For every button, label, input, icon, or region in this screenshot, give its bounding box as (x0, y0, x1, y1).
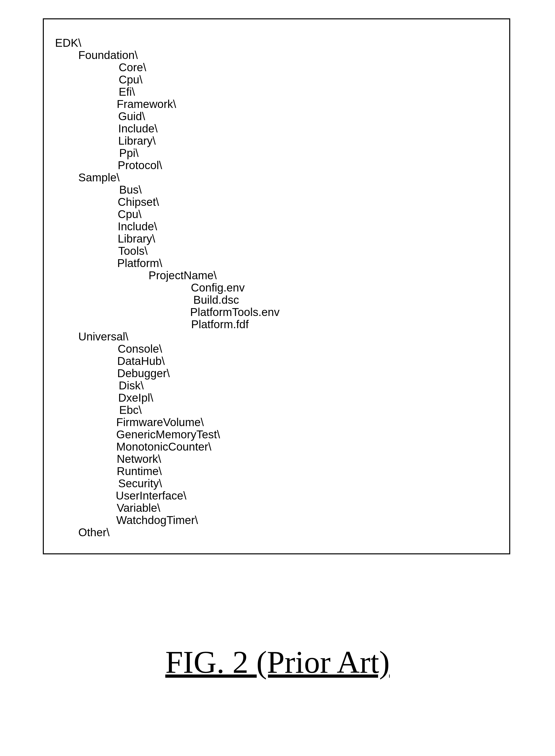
tree-item: UserInterface\ (116, 490, 280, 502)
tree-item: Disk\ (119, 379, 280, 391)
tree-item: Bus\ (119, 183, 280, 196)
figure-caption: FIG. 2 (Prior Art) (0, 644, 555, 680)
tree-item: Ebc\ (119, 404, 280, 416)
tree-item: Variable\ (117, 502, 280, 514)
tree-item: Library\ (118, 233, 280, 245)
tree-item: Runtime\ (117, 465, 280, 477)
tree-other: Other\ (78, 526, 280, 538)
tree-item: Platform\ (117, 257, 280, 269)
tree-item: Security\ (118, 477, 280, 490)
tree-item: DataHub\ (117, 355, 280, 367)
tree-item: Chipset\ (118, 196, 280, 208)
tree-item: ProjectName\ (148, 269, 280, 282)
tree-item: Guid\ (118, 110, 280, 122)
tree-item: Core\ (119, 61, 280, 74)
tree-item: Debugger\ (117, 367, 280, 379)
tree-item: MonotonicCounter\ (116, 440, 280, 453)
tree-item: Config.env (191, 282, 280, 294)
tree-item: Build.dsc (193, 294, 280, 306)
tree-item: Cpu\ (119, 74, 280, 86)
tree-item: Include\ (118, 122, 280, 135)
tree-item: GenericMemoryTest\ (116, 428, 280, 440)
tree-item: Framework\ (117, 98, 280, 110)
tree-item: Ppi\ (119, 147, 280, 159)
tree-item: DxeIpl\ (118, 391, 280, 404)
tree-root: EDK\ (55, 37, 280, 49)
tree-item: Include\ (118, 220, 280, 233)
tree-item: Tools\ (118, 245, 280, 257)
tree-item: Console\ (118, 343, 280, 355)
tree-item: FirmwareVolume\ (116, 416, 280, 428)
tree-item: Library\ (118, 135, 280, 147)
tree-sample: Sample\ (78, 171, 280, 183)
directory-tree: EDK\ Foundation\ Core\ Cpu\ Efi\ Framewo… (55, 37, 280, 538)
tree-item: Network\ (117, 453, 280, 465)
tree-item: PlatformTools.env (190, 306, 280, 318)
page: EDK\ Foundation\ Core\ Cpu\ Efi\ Framewo… (0, 0, 555, 756)
tree-universal: Universal\ (78, 330, 280, 343)
tree-item: Efi\ (119, 86, 280, 98)
tree-item: WatchdogTimer\ (116, 514, 280, 526)
tree-item: Protocol\ (118, 159, 280, 171)
tree-item: Cpu\ (118, 208, 280, 220)
tree-item: Platform.fdf (191, 318, 280, 330)
tree-foundation: Foundation\ (78, 49, 280, 61)
